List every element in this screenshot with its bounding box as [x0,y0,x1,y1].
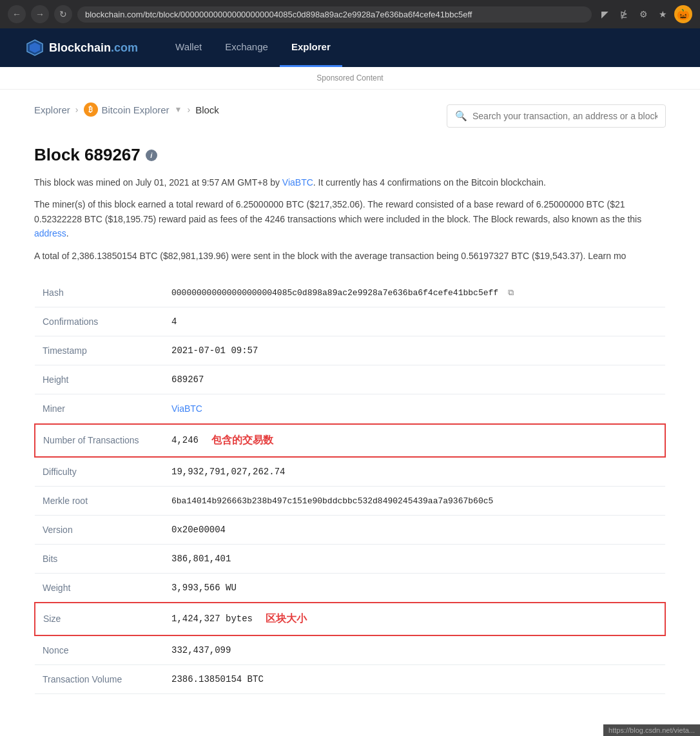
value-bits: 386,801,401 [164,544,665,573]
table-row-weight: Weight 3,993,566 WU [35,573,665,603]
label-difficulty: Difficulty [35,457,164,487]
value-merkle-root: 6ba14014b926663b238b497c151e90bddcbbc532… [164,486,665,515]
nav-exchange[interactable]: Exchange [213,28,280,67]
info-icon[interactable]: i [146,150,157,161]
sponsored-content: Sponsored Content [0,67,700,90]
value-nonce: 332,437,099 [164,635,665,665]
breadcrumb-dropdown-icon: ▼ [175,105,182,114]
breadcrumb-sep-1: › [75,104,79,115]
user-avatar[interactable]: 🎃 [674,5,692,23]
value-miner: ViaBTC [164,394,665,424]
annotation-size: 区块大小 [266,612,307,626]
table-row-height: Height 689267 [35,365,665,394]
label-bits: Bits [35,544,164,573]
cast-icon[interactable]: ◤ [597,6,612,22]
reload-button[interactable]: ↻ [54,5,72,23]
block-description-3: A total of 2,386.13850154 BTC ($82,981,1… [34,249,666,263]
annotation-transactions: 包含的交易数 [211,434,273,447]
label-transaction-volume: Transaction Volume [35,664,164,693]
table-row-timestamp: Timestamp 2021-07-01 09:57 [35,336,665,365]
breadcrumb-bitcoin-label: Bitcoin Explorer [102,104,170,115]
label-version: Version [35,515,164,544]
table-row-version: Version 0x20e00004 [35,515,665,544]
label-merkle-root: Merkle root [35,486,164,515]
search-box: 🔍 [447,104,666,128]
value-timestamp: 2021-07-01 09:57 [164,336,665,365]
address-bar[interactable] [77,6,592,23]
value-size: 1,424,327 bytes 区块大小 [164,603,665,635]
value-transaction-volume: 2386.13850154 BTC [164,664,665,693]
forward-button[interactable]: → [31,5,49,23]
table-row-nonce: Nonce 332,437,099 [35,635,665,665]
bitcoin-icon: ₿ [84,102,98,117]
back-button[interactable]: ← [8,5,26,23]
label-hash: Hash [35,278,164,307]
breadcrumb-bitcoin-explorer[interactable]: ₿ Bitcoin Explorer ▼ [84,102,182,117]
value-confirmations: 4 [164,307,665,336]
label-size: Size [35,603,164,635]
table-row-difficulty: Difficulty 19,932,791,027,262.74 [35,457,665,487]
table-row-bits: Bits 386,801,401 [35,544,665,573]
table-row-confirmations: Confirmations 4 [35,307,665,336]
browser-chrome: ← → ↻ ◤ ⋭ ⚙ ★ 🎃 [0,0,700,28]
value-height: 689267 [164,365,665,394]
value-num-transactions: 4,246 包含的交易数 [164,425,665,456]
value-hash: 000000000000000000004085c0d898a89ac2e992… [164,278,665,307]
nav-wallet[interactable]: Wallet [164,28,213,67]
top-navigation: Blockchain.com Wallet Exchange Explorer [0,28,700,67]
address-link[interactable]: address [34,228,66,238]
search-area: 🔍 [447,104,666,128]
nav-explorer[interactable]: Explorer [280,28,342,67]
value-difficulty: 19,932,791,027,262.74 [164,457,665,487]
browser-toolbar-icons: ◤ ⋭ ⚙ ★ 🎃 [597,5,692,23]
search-icon: 🔍 [455,110,467,122]
label-confirmations: Confirmations [35,307,164,336]
label-nonce: Nonce [35,635,164,665]
miner-link[interactable]: ViaBTC [171,403,202,414]
breadcrumb-row: Explorer › ₿ Bitcoin Explorer ▼ › Block … [34,102,666,130]
viabtc-link-1[interactable]: ViaBTC [282,177,313,188]
table-row-miner: Miner ViaBTC [35,394,665,424]
label-miner: Miner [35,394,164,424]
block-title: Block 689267 i [34,145,666,165]
breadcrumb-explorer[interactable]: Explorer [34,104,70,115]
logo-text: Blockchain.com [49,41,138,55]
label-height: Height [35,365,164,394]
bookmark-icon[interactable]: ★ [655,6,670,22]
value-weight: 3,993,566 WU [164,573,665,603]
nav-links: Wallet Exchange Explorer [164,28,674,67]
label-timestamp: Timestamp [35,336,164,365]
label-num-transactions: Number of Transactions [35,424,164,457]
breadcrumb: Explorer › ₿ Bitcoin Explorer ▼ › Block [34,102,219,117]
apps-icon[interactable]: ⋭ [616,6,632,22]
logo-icon [26,39,44,57]
table-row-size: Size 1,424,327 bytes 区块大小 [35,603,665,635]
table-row-num-transactions: Number of Transactions 4,246 包含的交易数 [35,424,665,457]
block-data-table: Hash 000000000000000000004085c0d898a89ac… [34,278,666,694]
value-version: 0x20e00004 [164,515,665,544]
block-description-1: This block was mined on July 01, 2021 at… [34,175,666,189]
label-weight: Weight [35,573,164,603]
table-row-merkle-root: Merkle root 6ba14014b926663b238b497c151e… [35,486,665,515]
logo[interactable]: Blockchain.com [26,39,138,57]
breadcrumb-sep-2: › [187,104,190,115]
block-description-2: The miner(s) of this block earned a tota… [34,197,666,240]
search-input[interactable] [472,111,657,121]
extensions-icon[interactable]: ⚙ [636,6,651,22]
copy-hash-icon[interactable]: ⧉ [508,288,514,298]
table-row-transaction-volume: Transaction Volume 2386.13850154 BTC [35,664,665,693]
breadcrumb-current: Block [195,104,219,115]
main-content: Explorer › ₿ Bitcoin Explorer ▼ › Block … [8,90,692,707]
table-row-hash: Hash 000000000000000000004085c0d898a89ac… [35,278,665,307]
